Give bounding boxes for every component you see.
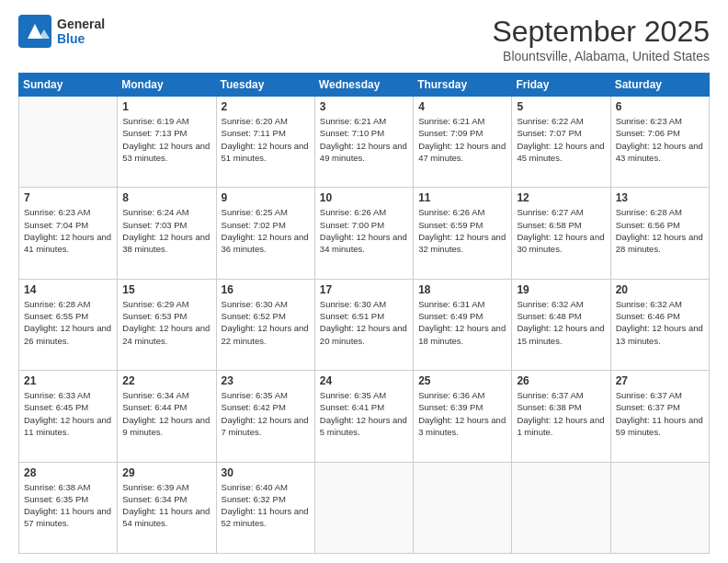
day-number: 19 bbox=[517, 283, 605, 296]
calendar-cell: 26Sunrise: 6:37 AMSunset: 6:38 PMDayligh… bbox=[512, 371, 610, 462]
logo: General Blue bbox=[18, 15, 105, 48]
weekday-wednesday: Wednesday bbox=[314, 74, 413, 97]
day-number: 1 bbox=[122, 100, 210, 113]
day-number: 29 bbox=[122, 466, 210, 479]
day-number: 8 bbox=[122, 191, 210, 204]
calendar-cell bbox=[512, 462, 610, 553]
calendar-cell: 1Sunrise: 6:19 AMSunset: 7:13 PMDaylight… bbox=[118, 97, 216, 188]
day-number: 18 bbox=[418, 283, 506, 296]
cell-info: Sunrise: 6:29 AMSunset: 6:53 PMDaylight:… bbox=[122, 298, 210, 347]
cell-info: Sunrise: 6:28 AMSunset: 6:56 PMDaylight:… bbox=[616, 206, 704, 255]
calendar-cell: 28Sunrise: 6:38 AMSunset: 6:35 PMDayligh… bbox=[19, 462, 118, 553]
cell-info: Sunrise: 6:30 AMSunset: 6:52 PMDaylight:… bbox=[222, 298, 310, 347]
cell-info: Sunrise: 6:40 AMSunset: 6:32 PMDaylight:… bbox=[222, 481, 310, 530]
calendar-cell: 4Sunrise: 6:21 AMSunset: 7:09 PMDaylight… bbox=[414, 97, 512, 188]
calendar-cell: 18Sunrise: 6:31 AMSunset: 6:49 PMDayligh… bbox=[414, 279, 512, 370]
day-number: 6 bbox=[616, 100, 704, 113]
day-number: 13 bbox=[616, 191, 704, 204]
cell-info: Sunrise: 6:30 AMSunset: 6:51 PMDaylight:… bbox=[320, 298, 408, 347]
calendar-cell: 6Sunrise: 6:23 AMSunset: 7:06 PMDaylight… bbox=[610, 97, 709, 188]
day-number: 9 bbox=[222, 191, 310, 204]
day-number: 21 bbox=[24, 374, 112, 387]
day-number: 28 bbox=[24, 466, 112, 479]
cell-info: Sunrise: 6:37 AMSunset: 6:37 PMDaylight:… bbox=[616, 389, 704, 438]
location: Blountsville, Alabama, United States bbox=[492, 49, 710, 63]
week-row-2: 7Sunrise: 6:23 AMSunset: 7:04 PMDaylight… bbox=[19, 188, 710, 279]
weekday-sunday: Sunday bbox=[19, 74, 118, 97]
cell-info: Sunrise: 6:26 AMSunset: 6:59 PMDaylight:… bbox=[418, 206, 506, 255]
cell-info: Sunrise: 6:32 AMSunset: 6:46 PMDaylight:… bbox=[616, 298, 704, 347]
calendar-cell: 17Sunrise: 6:30 AMSunset: 6:51 PMDayligh… bbox=[314, 279, 413, 370]
calendar-cell: 14Sunrise: 6:28 AMSunset: 6:55 PMDayligh… bbox=[19, 279, 118, 370]
cell-info: Sunrise: 6:25 AMSunset: 7:02 PMDaylight:… bbox=[222, 206, 310, 255]
day-number: 22 bbox=[122, 374, 210, 387]
calendar-cell: 22Sunrise: 6:34 AMSunset: 6:44 PMDayligh… bbox=[118, 371, 216, 462]
calendar-cell: 9Sunrise: 6:25 AMSunset: 7:02 PMDaylight… bbox=[216, 188, 314, 279]
week-row-5: 28Sunrise: 6:38 AMSunset: 6:35 PMDayligh… bbox=[19, 462, 710, 553]
weekday-monday: Monday bbox=[118, 74, 216, 97]
calendar-cell: 5Sunrise: 6:22 AMSunset: 7:07 PMDaylight… bbox=[512, 97, 610, 188]
cell-info: Sunrise: 6:21 AMSunset: 7:09 PMDaylight:… bbox=[418, 115, 506, 164]
day-number: 3 bbox=[320, 100, 408, 113]
calendar-cell: 10Sunrise: 6:26 AMSunset: 7:00 PMDayligh… bbox=[314, 188, 413, 279]
calendar-cell: 23Sunrise: 6:35 AMSunset: 6:42 PMDayligh… bbox=[216, 371, 314, 462]
cell-info: Sunrise: 6:28 AMSunset: 6:55 PMDaylight:… bbox=[24, 298, 112, 347]
cell-info: Sunrise: 6:19 AMSunset: 7:13 PMDaylight:… bbox=[122, 115, 210, 164]
cell-info: Sunrise: 6:24 AMSunset: 7:03 PMDaylight:… bbox=[122, 206, 210, 255]
day-number: 7 bbox=[24, 191, 112, 204]
calendar-cell: 2Sunrise: 6:20 AMSunset: 7:11 PMDaylight… bbox=[216, 97, 314, 188]
cell-info: Sunrise: 6:34 AMSunset: 6:44 PMDaylight:… bbox=[122, 389, 210, 438]
title-area: September 2025 Blountsville, Alabama, Un… bbox=[492, 15, 710, 63]
month-title: September 2025 bbox=[492, 15, 710, 49]
calendar-cell: 21Sunrise: 6:33 AMSunset: 6:45 PMDayligh… bbox=[19, 371, 118, 462]
day-number: 5 bbox=[517, 100, 605, 113]
day-number: 30 bbox=[222, 466, 310, 479]
day-number: 10 bbox=[320, 191, 408, 204]
calendar-cell bbox=[314, 462, 413, 553]
calendar-cell: 20Sunrise: 6:32 AMSunset: 6:46 PMDayligh… bbox=[610, 279, 709, 370]
calendar-cell: 25Sunrise: 6:36 AMSunset: 6:39 PMDayligh… bbox=[414, 371, 512, 462]
cell-info: Sunrise: 6:23 AMSunset: 7:06 PMDaylight:… bbox=[616, 115, 704, 164]
cell-info: Sunrise: 6:37 AMSunset: 6:38 PMDaylight:… bbox=[517, 389, 605, 438]
day-number: 27 bbox=[616, 374, 704, 387]
week-row-4: 21Sunrise: 6:33 AMSunset: 6:45 PMDayligh… bbox=[19, 371, 710, 462]
day-number: 23 bbox=[222, 374, 310, 387]
day-number: 15 bbox=[122, 283, 210, 296]
calendar-cell bbox=[414, 462, 512, 553]
calendar-cell: 29Sunrise: 6:39 AMSunset: 6:34 PMDayligh… bbox=[118, 462, 216, 553]
day-number: 20 bbox=[616, 283, 704, 296]
logo-blue: Blue bbox=[57, 31, 105, 46]
calendar-table: SundayMondayTuesdayWednesdayThursdayFrid… bbox=[18, 73, 710, 554]
day-number: 2 bbox=[222, 100, 310, 113]
calendar-cell: 8Sunrise: 6:24 AMSunset: 7:03 PMDaylight… bbox=[118, 188, 216, 279]
logo-icon bbox=[18, 15, 51, 48]
weekday-thursday: Thursday bbox=[414, 74, 512, 97]
calendar-page: General Blue September 2025 Blountsville… bbox=[0, 0, 728, 563]
calendar-cell: 27Sunrise: 6:37 AMSunset: 6:37 PMDayligh… bbox=[610, 371, 709, 462]
logo-general: General bbox=[57, 17, 105, 31]
weekday-friday: Friday bbox=[512, 74, 610, 97]
calendar-cell: 15Sunrise: 6:29 AMSunset: 6:53 PMDayligh… bbox=[118, 279, 216, 370]
calendar-cell: 13Sunrise: 6:28 AMSunset: 6:56 PMDayligh… bbox=[610, 188, 709, 279]
week-row-3: 14Sunrise: 6:28 AMSunset: 6:55 PMDayligh… bbox=[19, 279, 710, 370]
cell-info: Sunrise: 6:38 AMSunset: 6:35 PMDaylight:… bbox=[24, 481, 112, 530]
cell-info: Sunrise: 6:22 AMSunset: 7:07 PMDaylight:… bbox=[517, 115, 605, 164]
cell-info: Sunrise: 6:20 AMSunset: 7:11 PMDaylight:… bbox=[222, 115, 310, 164]
cell-info: Sunrise: 6:35 AMSunset: 6:42 PMDaylight:… bbox=[222, 389, 310, 438]
cell-info: Sunrise: 6:26 AMSunset: 7:00 PMDaylight:… bbox=[320, 206, 408, 255]
day-number: 14 bbox=[24, 283, 112, 296]
cell-info: Sunrise: 6:33 AMSunset: 6:45 PMDaylight:… bbox=[24, 389, 112, 438]
calendar-cell: 7Sunrise: 6:23 AMSunset: 7:04 PMDaylight… bbox=[19, 188, 118, 279]
header: General Blue September 2025 Blountsville… bbox=[18, 15, 710, 63]
weekday-saturday: Saturday bbox=[610, 74, 709, 97]
cell-info: Sunrise: 6:39 AMSunset: 6:34 PMDaylight:… bbox=[122, 481, 210, 530]
calendar-cell: 24Sunrise: 6:35 AMSunset: 6:41 PMDayligh… bbox=[314, 371, 413, 462]
weekday-header-row: SundayMondayTuesdayWednesdayThursdayFrid… bbox=[19, 74, 710, 97]
week-row-1: 1Sunrise: 6:19 AMSunset: 7:13 PMDaylight… bbox=[19, 97, 710, 188]
cell-info: Sunrise: 6:27 AMSunset: 6:58 PMDaylight:… bbox=[517, 206, 605, 255]
cell-info: Sunrise: 6:36 AMSunset: 6:39 PMDaylight:… bbox=[418, 389, 506, 438]
day-number: 17 bbox=[320, 283, 408, 296]
calendar-cell: 12Sunrise: 6:27 AMSunset: 6:58 PMDayligh… bbox=[512, 188, 610, 279]
calendar-cell: 3Sunrise: 6:21 AMSunset: 7:10 PMDaylight… bbox=[314, 97, 413, 188]
day-number: 16 bbox=[222, 283, 310, 296]
